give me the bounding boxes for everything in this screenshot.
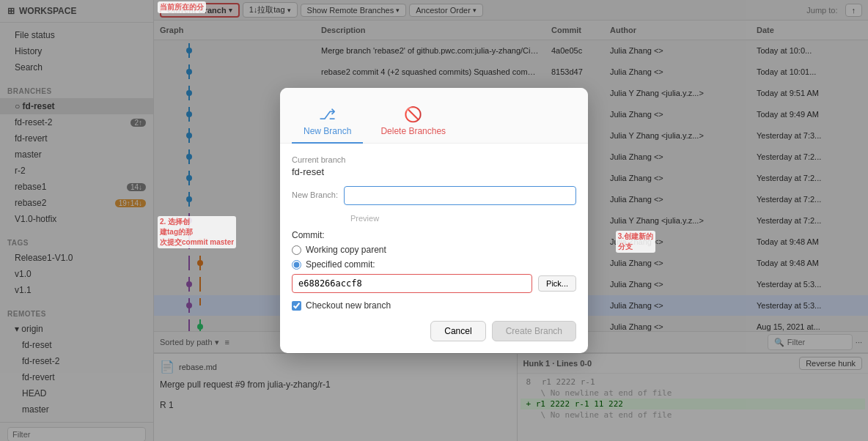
preview-label: Preview <box>292 214 576 223</box>
cancel-button[interactable]: Cancel <box>430 321 485 341</box>
new-branch-dialog: ⎇ New Branch 🚫 Delete Branches Current b… <box>280 88 588 353</box>
working-copy-label: Working copy parent <box>306 245 386 255</box>
cancel-label: Cancel <box>444 326 471 336</box>
new-branch-tab-label: New Branch <box>304 126 351 136</box>
new-branch-field-label: New Branch: <box>292 190 338 199</box>
current-branch-field: Current branch fd-reset <box>292 155 576 177</box>
create-branch-button[interactable]: Create Branch <box>492 321 576 341</box>
new-branch-icon: ⎇ <box>319 105 336 123</box>
checkout-label: Checkout new branch <box>306 300 391 311</box>
new-branch-input[interactable] <box>344 186 576 205</box>
dialog-body: Current branch fd-reset New Branch: Prev… <box>280 144 588 353</box>
specified-commit-label: Specified commit: <box>306 259 375 270</box>
specified-commit-radio[interactable] <box>292 260 301 270</box>
current-branch-value: fd-reset <box>292 166 576 177</box>
commit-radio-group: Commit: Working copy parent Specified co… <box>292 230 576 293</box>
delete-branches-tab-label: Delete Branches <box>380 126 446 136</box>
commit-input-row: Pick... <box>292 274 576 293</box>
working-copy-radio[interactable] <box>292 245 301 255</box>
new-branch-field: New Branch: <box>292 186 576 205</box>
delete-icon: 🚫 <box>404 105 422 123</box>
annotation-create-branch: 3.创建新的分支 <box>616 231 655 253</box>
checkout-checkbox-row: Checkout new branch <box>292 300 576 311</box>
current-branch-field-label: Current branch <box>292 155 576 164</box>
specified-commit-radio-item: Specified commit: <box>292 259 576 270</box>
commit-label: Commit: <box>292 230 576 240</box>
tab-delete-branches[interactable]: 🚫 Delete Branches <box>369 100 457 144</box>
working-copy-radio-item: Working copy parent <box>292 245 576 255</box>
pick-button[interactable]: Pick... <box>538 275 576 292</box>
create-label: Create Branch <box>506 326 562 336</box>
tab-new-branch[interactable]: ⎇ New Branch <box>292 100 363 144</box>
annotation-select-tag: 2. 选择创建tag的那次提交commit master <box>158 216 236 248</box>
dialog-overlay: ⎇ New Branch 🚫 Delete Branches Current b… <box>0 0 868 441</box>
pick-label: Pick... <box>546 279 568 288</box>
annotation-current-branch: 当前所在的分 <box>158 1 206 13</box>
commit-hash-input[interactable] <box>292 274 532 293</box>
dialog-tabs: ⎇ New Branch 🚫 Delete Branches <box>280 88 588 144</box>
dialog-actions: Cancel Create Branch <box>292 321 576 341</box>
checkout-checkbox[interactable] <box>292 301 301 311</box>
